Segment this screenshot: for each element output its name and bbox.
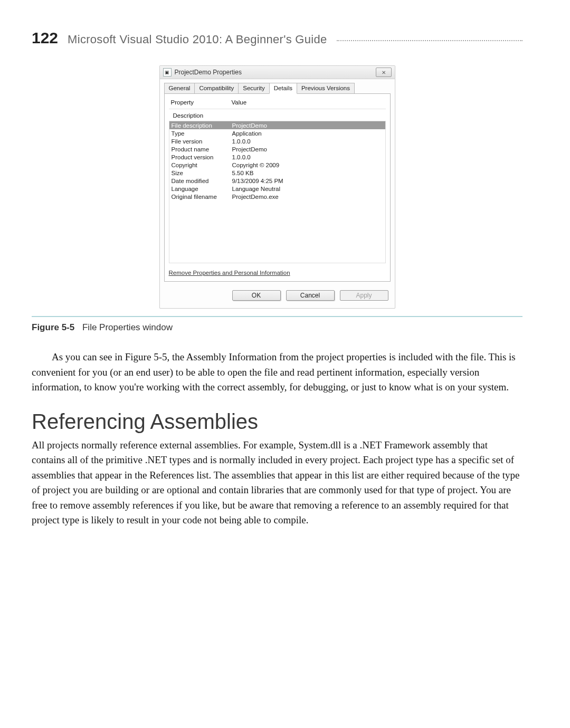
property-name: Language [172, 186, 232, 192]
app-icon: ▣ [163, 68, 172, 76]
figure-caption: Figure 5-5 File Properties window [32, 322, 522, 333]
property-row[interactable]: CopyrightCopyright © 2009 [169, 161, 385, 169]
property-name: Product name [172, 146, 232, 152]
properties-list[interactable]: File descriptionProjectDemoTypeApplicati… [169, 121, 386, 263]
close-button[interactable]: ✕ [376, 68, 392, 77]
property-name: Size [172, 170, 232, 176]
property-value: 1.0.0.0 [232, 154, 383, 160]
tab-general[interactable]: General [164, 83, 195, 94]
property-name: File description [172, 122, 232, 129]
property-name: Date modified [172, 178, 232, 184]
property-row[interactable]: File descriptionProjectDemo [169, 121, 385, 129]
column-value: Value [232, 99, 247, 106]
property-name: Original filename [172, 194, 232, 200]
group-description: Description [169, 111, 386, 120]
dialog-titlebar: ▣ ProjectDemo Properties ✕ [160, 66, 395, 79]
properties-dialog: ▣ ProjectDemo Properties ✕ GeneralCompat… [159, 65, 395, 309]
property-row[interactable]: Original filenameProjectDemo.exe [169, 193, 385, 200]
property-name: Copyright [172, 162, 232, 168]
section-heading: Referencing Assemblies [32, 410, 522, 434]
property-row[interactable]: Product version1.0.0.0 [169, 153, 385, 161]
property-value: 9/13/2009 4:25 PM [232, 178, 383, 184]
property-value: ProjectDemo.exe [232, 194, 383, 200]
cancel-button[interactable]: Cancel [286, 290, 335, 301]
properties-header: Property Value [169, 99, 386, 109]
page-number: 122 [32, 29, 58, 47]
property-value: ProjectDemo [232, 146, 383, 152]
property-row[interactable]: Size5.50 KB [169, 169, 385, 177]
ok-button[interactable]: OK [232, 290, 281, 301]
figure-label: Figure 5-5 [32, 322, 74, 332]
book-title: Microsoft Visual Studio 2010: A Beginner… [68, 33, 327, 46]
figure-caption-text: File Properties window [82, 322, 173, 332]
figure-divider [32, 316, 522, 317]
property-value: 1.0.0.0 [232, 138, 383, 145]
tab-previous-versions[interactable]: Previous Versions [297, 83, 355, 94]
property-name: Type [172, 130, 232, 137]
tab-strip: GeneralCompatibilitySecurityDetailsPrevi… [164, 82, 391, 93]
apply-button: Apply [340, 290, 388, 301]
property-row[interactable]: TypeApplication [169, 129, 385, 137]
property-row[interactable]: Product nameProjectDemo [169, 145, 385, 153]
property-value: 5.50 KB [232, 170, 383, 176]
property-value: ProjectDemo [232, 122, 383, 129]
tab-details[interactable]: Details [269, 83, 297, 94]
property-row[interactable]: LanguageLanguage Neutral [169, 185, 385, 193]
paragraph-2: All projects normally reference external… [32, 438, 522, 528]
remove-properties-link[interactable]: Remove Properties and Personal Informati… [169, 270, 386, 276]
running-header: 122 Microsoft Visual Studio 2010: A Begi… [32, 29, 522, 47]
tab-compatibility[interactable]: Compatibility [194, 83, 239, 94]
property-row[interactable]: Date modified9/13/2009 4:25 PM [169, 177, 385, 185]
column-property: Property [171, 99, 232, 106]
header-leader-dots [337, 40, 522, 41]
paragraph-1: As you can see in Figure 5-5, the Assemb… [32, 350, 522, 395]
tab-security[interactable]: Security [238, 83, 270, 94]
details-tab-panel: Property Value Description File descript… [164, 93, 391, 282]
property-name: File version [172, 138, 232, 145]
property-value: Language Neutral [232, 186, 383, 192]
dialog-title: ProjectDemo Properties [175, 69, 242, 76]
property-row[interactable]: File version1.0.0.0 [169, 137, 385, 145]
property-value: Copyright © 2009 [232, 162, 383, 168]
dialog-button-row: OK Cancel Apply [160, 286, 395, 308]
property-value: Application [232, 130, 383, 137]
property-name: Product version [172, 154, 232, 160]
